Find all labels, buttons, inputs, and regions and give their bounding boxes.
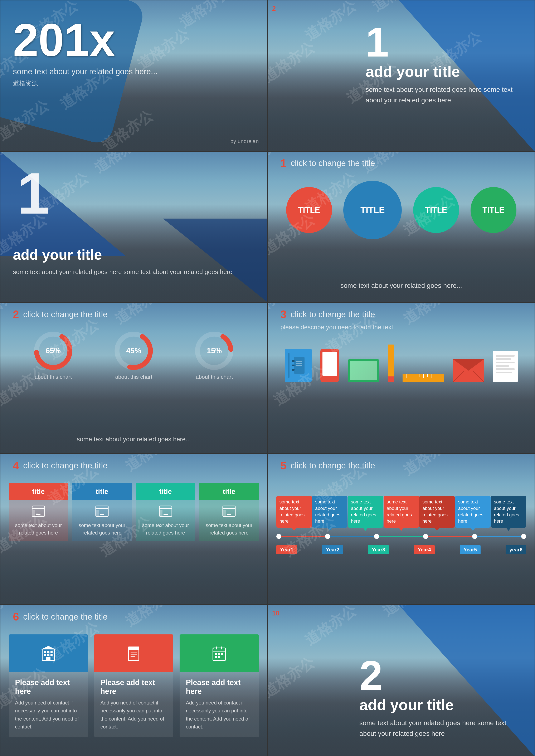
svg-rect-115 (218, 656, 220, 658)
svg-rect-113 (221, 653, 223, 655)
slide7-items: title some text about your related goes … (9, 483, 259, 541)
timeline-seg-2 (330, 536, 374, 537)
slide1-subtitle: some text about your related goes here..… (13, 67, 255, 76)
slide9-card-title-2: Please add text here (100, 678, 167, 696)
slide6-header: 3 click to change the title (281, 308, 375, 321)
slide5-header: 2 click to change the title (13, 308, 108, 321)
chart-item-3: 15% about this chart (193, 330, 235, 380)
slide4-num: 1 (281, 157, 287, 169)
svg-rect-40 (296, 365, 302, 366)
notebook-icon (285, 349, 312, 382)
slide7-item-body-3: some text about your related goes here (136, 500, 195, 541)
slide7-item-header-4: title (199, 483, 259, 500)
slide4-footer: some text about your related goes here..… (268, 282, 535, 290)
chart-caption-3: about this chart (196, 374, 233, 380)
svg-rect-96 (44, 654, 46, 656)
slide7-item-body-4: some text about your related goes here (199, 500, 259, 541)
slide2-title: add your title (366, 63, 522, 80)
slide10-big-num: 2 (359, 655, 522, 696)
slide7-text-3: some text about your related goes here (140, 521, 191, 537)
year-4: Year4 (414, 545, 435, 554)
timeline-seg-4 (428, 536, 472, 537)
svg-rect-103 (128, 647, 139, 650)
slide5-num: 2 (13, 308, 19, 321)
slide7-num: 4 (13, 459, 19, 472)
tablet-icon (348, 359, 379, 382)
slide9-card-body-3: Please add text here Add you need of con… (180, 672, 259, 737)
svg-rect-70 (97, 510, 99, 516)
bubble-2: some text about your related goes here (312, 496, 348, 528)
pencil-icon (388, 345, 394, 382)
donut-label-1: 65% (46, 347, 61, 355)
svg-marker-101 (42, 646, 55, 649)
slide1-brand: 道格资源 (13, 79, 255, 88)
chart-caption-2: about this chart (115, 374, 152, 380)
icon-item-phone (321, 349, 339, 382)
svg-rect-112 (218, 653, 220, 655)
bubble-6: some text about your related goes here (455, 496, 491, 528)
ruler-icon (403, 374, 444, 382)
svg-rect-98 (50, 654, 53, 656)
slide7-text-4: some text about your related goes here (204, 521, 255, 537)
icon-item-envelope (453, 359, 484, 382)
slide10-title: add your title (359, 696, 522, 714)
svg-rect-64 (33, 510, 35, 516)
slide4-header: 1 click to change the title (281, 157, 375, 169)
chart-item-2: 45% about this chart (113, 330, 155, 380)
bubble-7: some text about your related goes here (491, 496, 526, 528)
slide9-num: 6 (13, 610, 19, 623)
donut-chart-2: 45% (113, 330, 155, 372)
slide6-subtitle: please describe you need to add the text… (281, 324, 395, 331)
slide8-num: 5 (281, 459, 287, 472)
slide-5: 2 click to change the title 65% about th… (0, 302, 268, 454)
donut-chart-3: 15% (193, 330, 235, 372)
slide-1: 201x some text about your related goes h… (0, 0, 268, 151)
slide10-text: some text about your related goes here s… (359, 718, 522, 739)
slide7-text-2: some text about your related goes here (76, 521, 127, 537)
slide5-title: click to change the title (23, 310, 108, 319)
slide5-charts: 65% about this chart 45% about this char… (0, 330, 267, 380)
slide6-num: 3 (281, 308, 287, 321)
slide-7: 4 click to change the title title some t… (0, 454, 268, 605)
year-5: Year5 (460, 545, 481, 554)
slide5-footer: some text about your related goes here..… (0, 436, 267, 443)
slide-4: 1 click to change the title TITLE TITLE … (268, 151, 535, 302)
donut-label-2: 45% (126, 347, 141, 355)
svg-rect-37 (292, 369, 295, 371)
slide9-card-body-2: Please add text here Add you need of con… (94, 672, 174, 737)
slide7-item-1: title some text about your related goes … (9, 483, 68, 541)
slide3-title: add your title (13, 246, 232, 263)
slide9-card-1: Please add text here Add you need of con… (9, 634, 88, 737)
timeline-line (276, 534, 526, 539)
slide7-text-1: some text about your related goes here (13, 521, 64, 537)
slide6-icons (268, 345, 535, 382)
timeline-seg-5 (477, 536, 521, 537)
slide2-content: 1 add your title some text about your re… (366, 21, 522, 105)
slide-9: 6 click to change the title (0, 605, 268, 756)
slide9-card-3: Please add text here Add you need of con… (180, 634, 259, 737)
slide7-title: click to change the title (23, 461, 108, 470)
slide9-card-text-2: Add you need of contact if necessarily y… (100, 699, 167, 731)
slide8-header: 5 click to change the title (281, 459, 375, 472)
slide-2: 2 1 add your title some text about your … (268, 0, 535, 151)
slide9-card-icon-2 (94, 634, 174, 672)
svg-rect-99 (46, 657, 50, 660)
slide4-circle-3: TITLE (413, 187, 459, 233)
bubble-1: some text about your related goes here (276, 496, 312, 528)
timeline-seg-1 (281, 536, 325, 537)
slide10-content: 2 add your title some text about your re… (359, 655, 522, 739)
slide3-text: some text about your related goes here s… (13, 267, 232, 277)
slide9-card-body-1: Please add text here Add you need of con… (9, 672, 88, 737)
slide-3: 1 add your title some text about your re… (0, 151, 268, 302)
icon-item-tablet (348, 359, 379, 382)
slide1-year: 201x (13, 17, 255, 63)
svg-rect-82 (223, 510, 226, 516)
slide9-card-title-1: Please add text here (15, 678, 82, 696)
slide9-card-icon-1 (9, 634, 88, 672)
slide7-item-4: title some text about your related goes … (199, 483, 259, 541)
circle-label-4: TITLE (482, 206, 505, 214)
svg-rect-38 (296, 361, 302, 362)
bubble-5: some text about your related goes here (419, 496, 455, 528)
slide9-card-text-1: Add you need of contact if necessarily y… (15, 699, 82, 731)
slide7-item-header-1: title (9, 483, 68, 500)
